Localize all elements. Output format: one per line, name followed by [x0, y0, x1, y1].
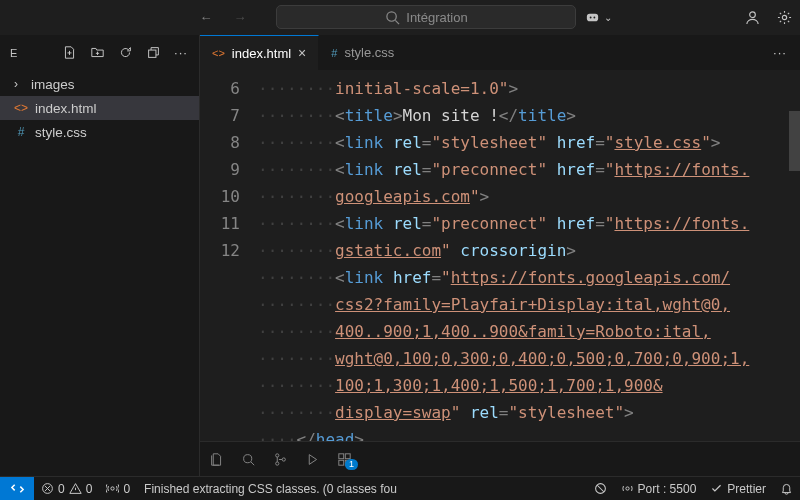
- port-label: Port : 5500: [638, 482, 697, 496]
- svg-point-8: [243, 454, 251, 462]
- tab-label: style.css: [344, 45, 394, 60]
- nav-back-button[interactable]: ←: [198, 9, 214, 25]
- explorer-sidebar: E ··· ›images<>index.html#style.css: [0, 35, 200, 476]
- close-tab-icon[interactable]: ×: [298, 45, 306, 61]
- file-icon: <>: [212, 47, 225, 59]
- refresh-icon[interactable]: [117, 45, 133, 61]
- svg-point-12: [282, 457, 285, 460]
- svg-line-1: [395, 20, 399, 24]
- svg-rect-15: [338, 460, 343, 465]
- file-tree-item[interactable]: <>index.html: [0, 96, 199, 120]
- svg-rect-14: [345, 453, 350, 458]
- files-icon[interactable]: [208, 451, 224, 467]
- svg-point-5: [749, 11, 755, 17]
- folder-icon: images: [31, 77, 75, 92]
- tab-label: index.html: [232, 46, 291, 61]
- source-control-icon[interactable]: [272, 451, 288, 467]
- account-icon[interactable]: [744, 9, 760, 25]
- editor-tab[interactable]: <>index.html×: [200, 35, 319, 70]
- svg-rect-7: [148, 50, 155, 57]
- activity-panel-bar: [200, 441, 800, 476]
- file-icon: #: [14, 125, 28, 139]
- editor-tabs: <>index.html×#style.css···: [200, 35, 800, 71]
- extensions-icon[interactable]: [336, 451, 352, 467]
- file-tree-item[interactable]: #style.css: [0, 120, 199, 144]
- more-actions-icon[interactable]: ···: [173, 45, 189, 61]
- editor-tab[interactable]: #style.css: [319, 35, 407, 70]
- file-tree: ›images<>index.html#style.css: [0, 70, 199, 146]
- code-editor[interactable]: 6789101112 ········initial-scale=1.0">··…: [200, 71, 800, 441]
- errors-count: 0: [58, 482, 65, 496]
- file-name: style.css: [35, 125, 87, 140]
- settings-gear-icon[interactable]: [776, 9, 792, 25]
- svg-rect-16: [345, 460, 350, 465]
- file-name: index.html: [35, 101, 97, 116]
- prettier-label: Prettier: [727, 482, 766, 496]
- svg-point-20: [625, 487, 628, 490]
- search-placeholder-text: Intégration: [406, 10, 467, 25]
- copilot-icon[interactable]: [584, 9, 600, 25]
- svg-point-18: [111, 487, 114, 490]
- svg-point-10: [275, 453, 278, 456]
- svg-point-11: [275, 461, 278, 464]
- new-file-icon[interactable]: [61, 45, 77, 61]
- status-message[interactable]: Finished extracting CSS classes. (0 clas…: [137, 477, 404, 500]
- code-content[interactable]: ········initial-scale=1.0">········<titl…: [258, 71, 800, 441]
- run-debug-icon[interactable]: [304, 451, 320, 467]
- ports-count: 0: [123, 482, 130, 496]
- search-panel-icon[interactable]: [240, 451, 256, 467]
- svg-point-4: [593, 16, 595, 18]
- ports-indicator[interactable]: 0: [99, 477, 137, 500]
- svg-point-3: [589, 16, 591, 18]
- line-gutter: 6789101112: [200, 71, 258, 441]
- remote-indicator[interactable]: [0, 477, 34, 500]
- prettier-indicator[interactable]: Prettier: [703, 482, 773, 496]
- scrollbar-thumb[interactable]: [789, 111, 800, 171]
- copilot-chevron-icon[interactable]: ⌄: [604, 12, 612, 23]
- live-server-toggle[interactable]: [587, 482, 614, 495]
- search-icon: [384, 9, 400, 25]
- svg-rect-13: [338, 453, 343, 458]
- file-tree-item[interactable]: ›images: [0, 72, 199, 96]
- collapse-all-icon[interactable]: [145, 45, 161, 61]
- status-bar: 0 0 0 Finished extracting CSS classes. (…: [0, 476, 800, 500]
- new-folder-icon[interactable]: [89, 45, 105, 61]
- warnings-count: 0: [86, 482, 93, 496]
- explorer-label: E: [10, 47, 18, 59]
- live-server-port[interactable]: Port : 5500: [614, 482, 704, 496]
- svg-point-6: [782, 15, 786, 19]
- notifications-icon[interactable]: [773, 482, 800, 495]
- command-center-search[interactable]: Intégration: [276, 5, 576, 29]
- title-bar: ← → Intégration ⌄: [0, 0, 800, 35]
- tab-more-actions-icon[interactable]: ···: [772, 45, 788, 61]
- file-icon: #: [331, 47, 337, 59]
- svg-rect-2: [586, 13, 597, 21]
- problems-indicator[interactable]: 0 0: [34, 477, 99, 500]
- svg-point-0: [387, 11, 396, 20]
- file-icon: <>: [14, 101, 28, 115]
- svg-line-9: [250, 461, 253, 464]
- nav-forward-button[interactable]: →: [232, 9, 248, 25]
